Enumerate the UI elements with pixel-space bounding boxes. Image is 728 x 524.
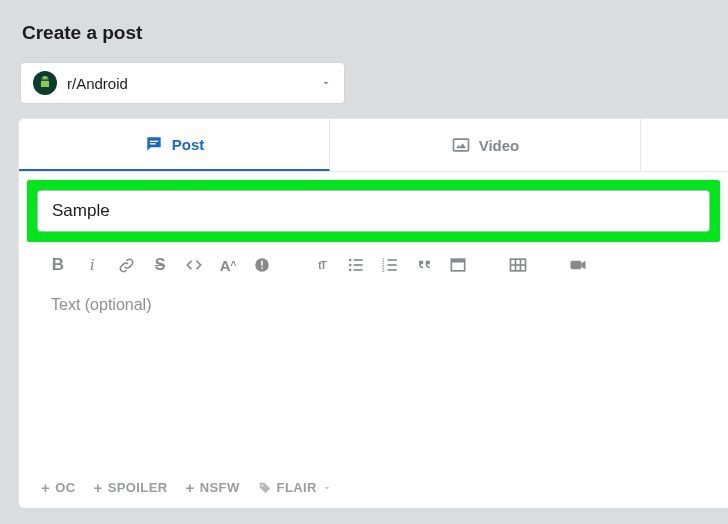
video-image-icon	[451, 135, 471, 155]
nsfw-tag-button[interactable]: + NSFW	[186, 479, 240, 496]
bold-button[interactable]: B	[47, 254, 69, 276]
svg-rect-15	[388, 264, 397, 266]
editor-toolbar: B i S A^ tT 123	[19, 242, 728, 282]
superscript-button[interactable]: A^	[217, 254, 239, 276]
svg-rect-1	[150, 143, 156, 144]
spoiler-tag-button[interactable]: + SPOILER	[93, 479, 167, 496]
svg-rect-5	[261, 267, 263, 269]
plus-icon: +	[41, 479, 50, 496]
flair-button[interactable]: FLAIR	[258, 480, 332, 495]
quote-button[interactable]	[413, 254, 435, 276]
android-icon	[38, 76, 52, 90]
svg-rect-11	[354, 269, 363, 271]
svg-rect-0	[150, 141, 158, 142]
bullet-list-button[interactable]	[345, 254, 367, 276]
post-card: Post Video B i S A^	[18, 118, 728, 508]
post-icon	[144, 134, 164, 154]
community-name: r/Android	[67, 75, 320, 92]
table-button[interactable]	[507, 254, 529, 276]
number-list-button[interactable]: 123	[379, 254, 401, 276]
italic-button[interactable]: i	[81, 254, 103, 276]
oc-label: OC	[55, 480, 75, 495]
page-title: Create a post	[0, 0, 728, 62]
title-highlight	[27, 180, 720, 242]
svg-rect-17	[388, 269, 397, 271]
codeblock-button[interactable]	[447, 254, 469, 276]
svg-point-6	[349, 259, 352, 262]
heading-button[interactable]: tT	[311, 254, 333, 276]
post-type-tabs: Post Video	[19, 119, 728, 172]
spoiler-label: SPOILER	[108, 480, 168, 495]
spoiler-format-button[interactable]	[251, 254, 273, 276]
plus-icon: +	[93, 479, 102, 496]
community-selector[interactable]: r/Android	[20, 62, 345, 104]
tab-post-label: Post	[172, 136, 205, 153]
community-avatar	[33, 71, 57, 95]
svg-rect-13	[388, 259, 397, 261]
strikethrough-button[interactable]: S	[149, 254, 171, 276]
nsfw-label: NSFW	[200, 480, 240, 495]
tab-post[interactable]: Post	[19, 119, 330, 171]
chevron-down-icon	[320, 77, 332, 89]
oc-tag-button[interactable]: + OC	[41, 479, 75, 496]
plus-icon: +	[186, 479, 195, 496]
svg-rect-4	[261, 261, 263, 266]
tab-video-label: Video	[479, 137, 520, 154]
tag-icon	[258, 481, 272, 495]
tab-video[interactable]: Video	[330, 119, 641, 171]
svg-rect-24	[571, 261, 582, 269]
post-body-input[interactable]: Text (optional)	[19, 282, 728, 392]
chevron-down-icon	[322, 483, 332, 493]
svg-rect-19	[451, 259, 464, 262]
svg-rect-9	[354, 264, 363, 266]
svg-rect-7	[354, 259, 363, 261]
svg-rect-2	[453, 139, 468, 151]
svg-point-25	[261, 484, 263, 486]
link-button[interactable]	[115, 254, 137, 276]
svg-text:3: 3	[382, 267, 385, 273]
tag-row: + OC + SPOILER + NSFW FLAIR	[41, 479, 332, 496]
svg-point-10	[349, 269, 352, 272]
video-insert-button[interactable]	[567, 254, 589, 276]
code-button[interactable]	[183, 254, 205, 276]
post-title-input[interactable]	[37, 190, 710, 232]
flair-label: FLAIR	[277, 480, 317, 495]
svg-point-8	[349, 264, 352, 267]
